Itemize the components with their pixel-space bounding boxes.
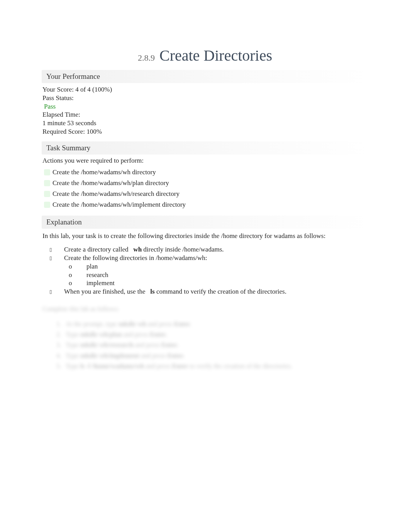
explanation-body: In this lab, your task is to create the … xyxy=(42,229,368,375)
elapsed-value: 1 minute 53 seconds xyxy=(42,119,368,127)
task-item-label: Create the /home/wadams/wh/research dire… xyxy=(53,190,180,198)
text-bold: ls xyxy=(150,288,154,295)
explanation-bullets: ▯ Create a directory called wh directly … xyxy=(42,240,368,296)
page-title-row: 2.8.9 Create Directories xyxy=(42,46,368,65)
sub-text: plan xyxy=(86,262,98,271)
sub-marker: o xyxy=(69,262,73,271)
bullet-text: Create the following directories in /hom… xyxy=(64,254,368,262)
explanation-header: Explanation xyxy=(42,216,368,229)
check-icon xyxy=(44,202,50,208)
task-item: Create the /home/wadams/wh/implement dir… xyxy=(42,199,368,210)
elapsed-label: Elapsed Time: xyxy=(42,110,368,119)
sub-item: o implement xyxy=(42,279,368,287)
sub-text: implement xyxy=(86,279,115,287)
pass-status-label: Pass Status: xyxy=(42,94,368,102)
sub-marker: o xyxy=(69,271,73,279)
task-item-label: Create the /home/wadams/wh/plan director… xyxy=(53,179,169,187)
bullet-icon: ▯ xyxy=(49,255,53,261)
bullet-text: When you are finished, use the ls comman… xyxy=(64,287,368,296)
task-item: Create the /home/wadams/wh/plan director… xyxy=(42,178,368,189)
explanation-intro: In this lab, your task is to create the … xyxy=(42,232,368,240)
bullet-item: ▯ Create a directory called wh directly … xyxy=(42,245,368,254)
check-icon xyxy=(44,180,50,186)
task-item-label: Create the /home/wadams/wh/implement dir… xyxy=(53,201,186,209)
hidden-solution-block: Complete this lab as follows: 1. At the … xyxy=(42,304,368,371)
task-item: Create the /home/wadams/wh/research dire… xyxy=(42,189,368,199)
sub-item: o research xyxy=(42,271,368,279)
sub-marker: o xyxy=(69,279,73,287)
bullet-item: ▯ When you are finished, use the ls comm… xyxy=(42,287,368,296)
required-score: Required Score: 100% xyxy=(42,127,368,136)
sub-item: o plan xyxy=(42,262,368,271)
task-summary-header: Task Summary xyxy=(42,141,368,155)
score-line: Your Score: 4 of 4 (100%) xyxy=(42,85,368,94)
text-part: Create a directory called xyxy=(64,246,130,253)
blur-overlay xyxy=(40,301,370,374)
bullet-item: ▯ Create the following directories in /h… xyxy=(42,254,368,262)
title-number: 2.8.9 xyxy=(138,53,155,63)
text-part: When you are finished, use the xyxy=(64,288,147,295)
performance-body: Your Score: 4 of 4 (100%) Pass Status: P… xyxy=(42,83,368,140)
task-summary-intro: Actions you were required to perform: xyxy=(42,155,368,167)
pass-status-value: Pass xyxy=(42,102,368,111)
bullet-text: Create a directory called wh directly in… xyxy=(64,245,368,254)
bullet-icon: ▯ xyxy=(49,289,53,295)
bullet-icon: ▯ xyxy=(49,247,53,253)
check-icon xyxy=(44,191,50,197)
performance-header: Your Performance xyxy=(42,70,368,83)
text-part: command to verify the creation of the di… xyxy=(155,288,286,295)
text-part: directly inside /home/wadams. xyxy=(142,246,224,253)
title-text: Create Directories xyxy=(159,46,272,65)
task-item-label: Create the /home/wadams/wh directory xyxy=(53,168,156,176)
task-item: Create the /home/wadams/wh directory xyxy=(42,167,368,178)
check-icon xyxy=(44,169,50,175)
text-bold: wh xyxy=(133,246,142,253)
task-list: Create the /home/wadams/wh directory Cre… xyxy=(42,167,368,214)
sub-text: research xyxy=(86,271,108,279)
